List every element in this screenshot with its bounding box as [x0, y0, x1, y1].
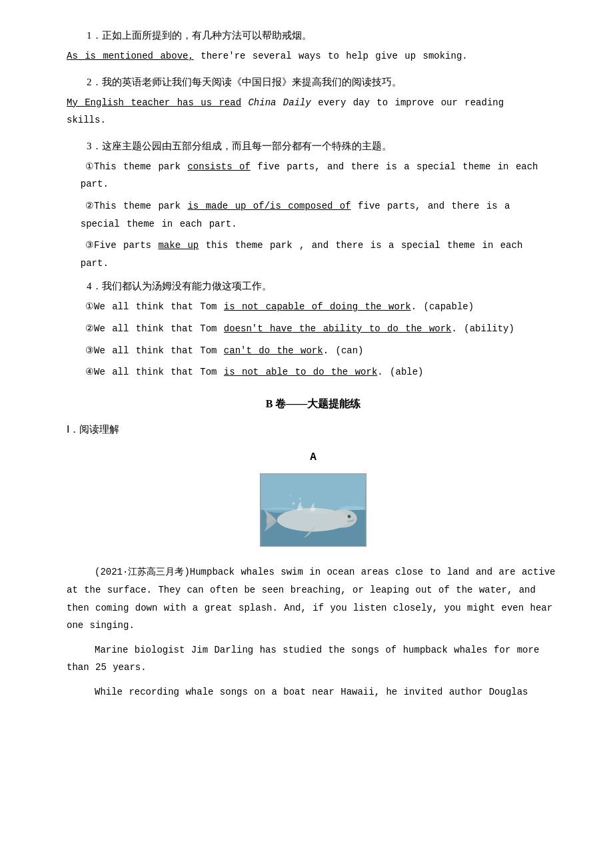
reading-label-a: A	[67, 448, 560, 467]
item-4-sub1: ①We all think that Tom is not capable of…	[67, 298, 560, 316]
whale-image	[260, 473, 366, 547]
item-3: 3．这座主题公园由五部分组成，而且每一部分都有一个特殊的主题。 ①This th…	[67, 137, 560, 273]
item-3-chinese: 3．这座主题公园由五部分组成，而且每一部分都有一个特殊的主题。	[67, 137, 560, 155]
svg-point-8	[293, 503, 295, 505]
whale-svg	[261, 474, 366, 546]
section-b-title: B 卷——大题提能练	[67, 395, 560, 414]
passage-para3: While recording whale songs on a boat ne…	[67, 683, 560, 701]
whale-image-container	[67, 473, 560, 553]
svg-point-10	[290, 495, 291, 496]
passage-para1: (2021·江苏高三月考)Humpback whales swim in oce…	[67, 563, 560, 634]
main-content: 1．正如上面所提到的，有几种方法可以帮助戒烟。 As is mentioned …	[67, 27, 560, 701]
item-3-sub1: ①This theme park consists of five parts,…	[67, 158, 560, 193]
item-4-sub4: ④We all think that Tom is not able to do…	[67, 363, 560, 381]
item-3-sub2: ②This theme park is made up of/is compos…	[67, 197, 560, 233]
svg-point-6	[328, 509, 357, 527]
item-4-sub2: ②We all think that Tom doesn't have the …	[67, 320, 560, 338]
item-3-sub1-underline: consists of	[187, 161, 250, 172]
item-2-italic: China Daily	[248, 97, 310, 108]
item-4-sub2-underline: doesn't have the ability to do the work	[224, 323, 452, 334]
svg-point-7	[348, 515, 351, 519]
item-2-underline: My English teacher has us read	[67, 97, 241, 108]
item-4: 4．我们都认为汤姆没有能力做这项工作。 ①We all think that T…	[67, 277, 560, 381]
item-2-chinese: 2．我的英语老师让我们每天阅读《中国日报》来提高我们的阅读技巧。	[67, 73, 560, 91]
item-4-sub3-underline: can't do the work	[224, 345, 323, 356]
item-1-number: 1．正如上面所提到的，有几种方法可以帮助戒烟。	[67, 27, 560, 45]
passage-para2: Marine biologist Jim Darling has studied…	[67, 641, 560, 677]
item-4-sub1-underline: is not capable of doing the work	[224, 301, 411, 312]
item-3-sub2-underline: is made up of/is composed of	[187, 201, 350, 211]
item-1-english: As is mentioned above, there're several …	[67, 47, 560, 65]
item-3-sub3: ③Five parts make up this theme park , an…	[67, 237, 560, 272]
item-1-underline: As is mentioned above,	[67, 51, 194, 61]
item-4-sub3: ③We all think that Tom can't do the work…	[67, 342, 560, 360]
item-2: 2．我的英语老师让我们每天阅读《中国日报》来提高我们的阅读技巧。 My Engl…	[67, 73, 560, 129]
item-3-sub3-underline: make up	[158, 240, 199, 251]
item-2-english: My English teacher has us read China Dai…	[67, 94, 560, 129]
item-4-chinese: 4．我们都认为汤姆没有能力做这项工作。	[67, 277, 560, 295]
item-4-sub4-underline: is not able to do the work	[224, 367, 377, 377]
item-1: 1．正如上面所提到的，有几种方法可以帮助戒烟。 As is mentioned …	[67, 27, 560, 65]
svg-point-9	[299, 498, 301, 500]
section-i-label: Ⅰ．阅读理解	[67, 421, 560, 439]
